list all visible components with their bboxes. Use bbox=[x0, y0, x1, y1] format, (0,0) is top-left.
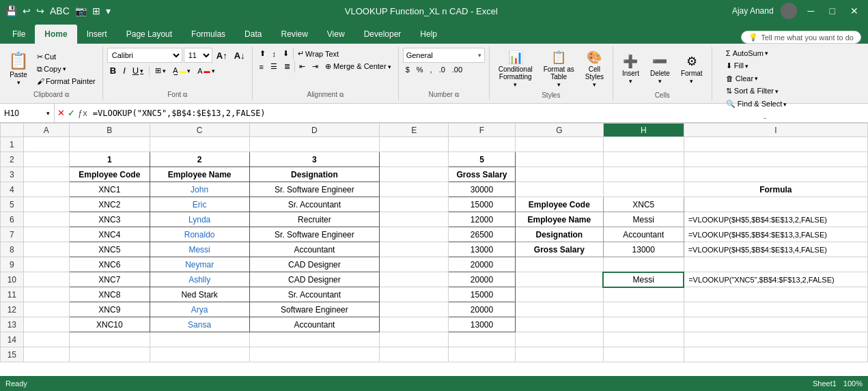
cell-b14[interactable] bbox=[69, 332, 150, 347]
cell-a11[interactable] bbox=[23, 287, 69, 302]
insert-button[interactable]: ➕ Insert ▾ bbox=[617, 50, 644, 88]
wrap-text-button[interactable]: ↵ Wrap Text bbox=[295, 48, 341, 59]
conditional-formatting-button[interactable]: 📊 ConditionalFormatting ▾ bbox=[494, 50, 537, 88]
confirm-formula-icon[interactable]: ✓ bbox=[68, 108, 75, 118]
cell-f3[interactable]: Gross Salary bbox=[449, 167, 516, 182]
format-as-table-button[interactable]: 📋 Format asTable ▾ bbox=[539, 50, 579, 88]
format-button[interactable]: ⚙ Format ▾ bbox=[676, 50, 708, 88]
cell-c14[interactable] bbox=[150, 332, 249, 347]
cell-f15[interactable] bbox=[449, 347, 516, 362]
align-top-button[interactable]: ⬆ bbox=[257, 48, 268, 59]
percent-button[interactable]: % bbox=[414, 64, 426, 75]
cell-a10[interactable] bbox=[23, 272, 69, 287]
cell-d11[interactable]: Sr. Accountant bbox=[249, 287, 380, 302]
decrease-font-button[interactable]: A↓ bbox=[232, 49, 248, 62]
col-header-a[interactable]: A bbox=[23, 124, 69, 137]
paste-button[interactable]: 📋 Paste ▾ bbox=[4, 50, 33, 88]
cell-c1[interactable] bbox=[150, 137, 249, 152]
col-header-f[interactable]: F bbox=[449, 124, 516, 137]
tab-file[interactable]: File bbox=[3, 25, 35, 44]
cell-h1[interactable] bbox=[603, 137, 684, 152]
cell-g10[interactable] bbox=[515, 272, 603, 287]
cell-a12[interactable] bbox=[23, 302, 69, 317]
cell-a3[interactable] bbox=[23, 167, 69, 182]
grid-icon[interactable]: ⊞ bbox=[92, 5, 100, 16]
number-format-dropdown[interactable]: ▾ bbox=[478, 52, 481, 59]
cell-e8[interactable] bbox=[380, 242, 449, 257]
cell-e2[interactable] bbox=[380, 152, 449, 167]
cell-g12[interactable] bbox=[515, 302, 603, 317]
cell-c9[interactable]: Neymar bbox=[150, 257, 249, 272]
col-header-d[interactable]: D bbox=[249, 124, 380, 137]
cell-d8[interactable]: Accountant bbox=[249, 242, 380, 257]
cell-c6[interactable]: Lynda bbox=[150, 212, 249, 227]
cut-button[interactable]: ✂ Cut bbox=[34, 51, 98, 63]
cell-i3[interactable] bbox=[684, 167, 867, 182]
cell-e5[interactable] bbox=[380, 197, 449, 212]
bold-button[interactable]: B bbox=[107, 64, 119, 77]
cell-f12[interactable]: 20000 bbox=[449, 302, 516, 317]
cell-e9[interactable] bbox=[380, 257, 449, 272]
maximize-button[interactable]: □ bbox=[826, 5, 839, 16]
cell-g3[interactable] bbox=[515, 167, 603, 182]
cell-d10[interactable]: CAD Designer bbox=[249, 272, 380, 287]
cancel-formula-icon[interactable]: ✕ bbox=[57, 108, 65, 118]
cell-d7[interactable]: Sr. Software Engineer bbox=[249, 227, 380, 242]
tab-developer[interactable]: Developer bbox=[354, 25, 411, 44]
col-header-e[interactable]: E bbox=[380, 124, 449, 137]
increase-decimal-button[interactable]: .00 bbox=[449, 64, 465, 75]
cell-d1[interactable] bbox=[249, 137, 380, 152]
font-name-select[interactable]: Calibri bbox=[107, 48, 182, 63]
cell-f10[interactable]: 20000 bbox=[449, 272, 516, 287]
cell-i2[interactable] bbox=[684, 152, 867, 167]
cell-c3[interactable]: Employee Name bbox=[150, 167, 249, 182]
cell-i1[interactable] bbox=[684, 137, 867, 152]
cell-g14[interactable] bbox=[515, 332, 603, 347]
cell-h3[interactable] bbox=[603, 167, 684, 182]
font-size-select[interactable]: 11 bbox=[184, 48, 212, 63]
delete-button[interactable]: ➖ Delete ▾ bbox=[645, 50, 675, 88]
cell-d12[interactable]: Software Engineer bbox=[249, 302, 380, 317]
tab-view[interactable]: View bbox=[318, 25, 354, 44]
cell-d9[interactable]: CAD Designer bbox=[249, 257, 380, 272]
cell-c15[interactable] bbox=[150, 347, 249, 362]
cell-b13[interactable]: XNC10 bbox=[69, 317, 150, 332]
cell-h2[interactable] bbox=[603, 152, 684, 167]
cell-h10[interactable]: Messi bbox=[603, 272, 684, 287]
cell-h9[interactable] bbox=[603, 257, 684, 272]
cell-i7[interactable]: =VLOOKUP($H$5,$B$4:$E$13,3,FALSE) bbox=[684, 227, 867, 242]
cell-c11[interactable]: Ned Stark bbox=[150, 287, 249, 302]
cell-e13[interactable] bbox=[380, 317, 449, 332]
cell-c13[interactable]: Sansa bbox=[150, 317, 249, 332]
cell-h14[interactable] bbox=[603, 332, 684, 347]
cell-b7[interactable]: XNC4 bbox=[69, 227, 150, 242]
cell-i14[interactable] bbox=[684, 332, 867, 347]
cell-h13[interactable] bbox=[603, 317, 684, 332]
cell-b12[interactable]: XNC9 bbox=[69, 302, 150, 317]
close-button[interactable]: ✕ bbox=[846, 5, 863, 16]
cell-a13[interactable] bbox=[23, 317, 69, 332]
cell-g6[interactable]: Employee Name bbox=[515, 212, 603, 227]
cell-h5[interactable]: XNC5 bbox=[603, 197, 684, 212]
user-avatar[interactable] bbox=[781, 3, 797, 19]
cell-a6[interactable] bbox=[23, 212, 69, 227]
cell-i4[interactable]: Formula bbox=[684, 182, 867, 197]
cell-f9[interactable]: 20000 bbox=[449, 257, 516, 272]
undo-icon[interactable]: ↩ bbox=[23, 5, 31, 16]
cell-f11[interactable]: 15000 bbox=[449, 287, 516, 302]
cell-g2[interactable] bbox=[515, 152, 603, 167]
paste-dropdown[interactable]: ▾ bbox=[17, 79, 20, 86]
cell-f6[interactable]: 12000 bbox=[449, 212, 516, 227]
autosum-button[interactable]: Σ AutoSum ▾ bbox=[723, 48, 771, 59]
cell-f14[interactable] bbox=[449, 332, 516, 347]
cell-a14[interactable] bbox=[23, 332, 69, 347]
cell-b5[interactable]: XNC2 bbox=[69, 197, 150, 212]
col-header-c[interactable]: C bbox=[150, 124, 249, 137]
cell-h11[interactable] bbox=[603, 287, 684, 302]
camera-icon[interactable]: 📷 bbox=[75, 5, 87, 16]
cell-f7[interactable]: 26500 bbox=[449, 227, 516, 242]
decrease-indent-button[interactable]: ⇤ bbox=[296, 61, 308, 72]
cell-g4[interactable] bbox=[515, 182, 603, 197]
insert-function-icon[interactable]: ƒx bbox=[78, 108, 87, 118]
fill-color-button[interactable]: A̲ ▬▾ bbox=[170, 65, 193, 76]
